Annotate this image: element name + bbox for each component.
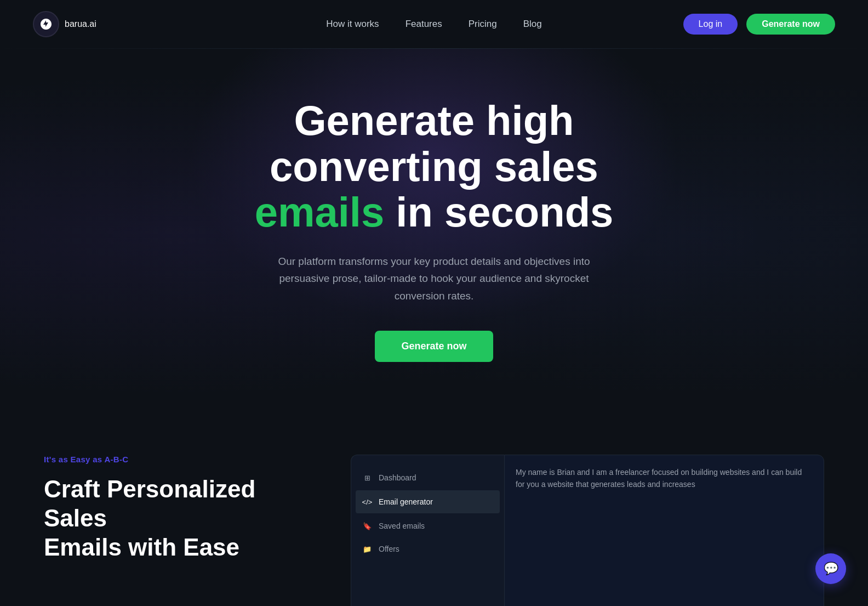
offers-icon: 📁	[362, 544, 372, 554]
sidebar-item-email-generator[interactable]: </> Email generator	[356, 490, 500, 513]
hero-title-line2: converting sales	[270, 143, 598, 190]
nav-links: How it works Features Pricing Blog	[326, 19, 541, 30]
app-content: My name is Brian and I am a freelancer f…	[504, 455, 824, 606]
hero-title-accent: emails	[255, 189, 385, 235]
nav-features[interactable]: Features	[406, 19, 442, 30]
easy-label: It's as Easy as A-B-C	[44, 455, 307, 464]
nav-how-it-works[interactable]: How it works	[326, 19, 379, 30]
saved-emails-icon: 🔖	[362, 521, 372, 531]
bottom-title: Craft Personalized Sales Emails with Eas…	[44, 475, 307, 562]
generate-now-hero-button[interactable]: Generate now	[375, 331, 493, 362]
bottom-section: It's as Easy as A-B-C Craft Personalized…	[0, 422, 868, 606]
nav-blog[interactable]: Blog	[523, 19, 542, 30]
app-content-text: My name is Brian and I am a freelancer f…	[516, 466, 813, 491]
sidebar-item-offers[interactable]: 📁 Offers	[351, 537, 504, 560]
navbar: barua.ai How it works Features Pricing B…	[0, 0, 868, 48]
hero-title: Generate high converting sales emails in…	[255, 98, 614, 235]
sidebar-item-dashboard[interactable]: ⊞ Dashboard	[351, 466, 504, 489]
generate-now-nav-button[interactable]: Generate now	[746, 14, 835, 35]
hero-title-line3: in seconds	[384, 189, 613, 235]
chat-icon: 💬	[824, 562, 838, 576]
sidebar-offers-label: Offers	[379, 545, 399, 553]
logo[interactable]: barua.ai	[33, 11, 96, 37]
bottom-title-line1: Craft Personalized Sales	[44, 475, 255, 531]
app-sidebar: ⊞ Dashboard </> Email generator 🔖 Saved …	[351, 455, 504, 606]
bottom-left: It's as Easy as A-B-C Craft Personalized…	[44, 455, 307, 562]
sidebar-saved-emails-label: Saved emails	[379, 522, 425, 530]
app-mockup: ⊞ Dashboard </> Email generator 🔖 Saved …	[351, 455, 824, 606]
sidebar-email-generator-label: Email generator	[379, 497, 433, 506]
hero-content: Generate high converting sales emails in…	[255, 98, 614, 362]
sidebar-item-saved-emails[interactable]: 🔖 Saved emails	[351, 514, 504, 537]
hero-section: Generate high converting sales emails in…	[0, 49, 868, 422]
hero-title-line1: Generate high	[294, 97, 574, 144]
nav-actions: Log in Generate now	[683, 14, 835, 35]
logo-icon	[33, 11, 59, 37]
logo-text: barua.ai	[65, 19, 96, 29]
bottom-title-line2: Emails with Ease	[44, 534, 239, 560]
chat-bubble[interactable]: 💬	[815, 553, 846, 584]
email-generator-icon: </>	[362, 497, 372, 507]
dashboard-icon: ⊞	[362, 473, 372, 483]
nav-pricing[interactable]: Pricing	[469, 19, 497, 30]
sidebar-dashboard-label: Dashboard	[379, 473, 416, 482]
hero-subtitle: Our platform transforms your key product…	[264, 253, 604, 304]
login-button[interactable]: Log in	[683, 14, 738, 35]
